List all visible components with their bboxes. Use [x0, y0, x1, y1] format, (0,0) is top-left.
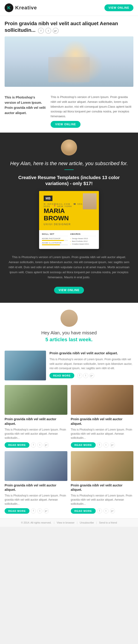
resume-awards-col: AWARDS Design Award 2013 Best Portfolio … — [70, 233, 96, 246]
logo-icon: K — [5, 4, 13, 12]
footer-links: © 2014. All rights reserved. | View in b… — [5, 521, 133, 524]
article-card-4-image — [71, 451, 134, 481]
hero-view-online-button[interactable]: VIEW ONLINE — [51, 121, 81, 128]
featured-view-online-button[interactable]: VIEW ONLINE — [54, 287, 84, 294]
hero-social-icons: f t g+ — [38, 28, 59, 34]
article-card-2-image — [71, 385, 134, 415]
missed-avatar — [60, 310, 78, 327]
resume-job-title: UX/UI DESIGNER — [44, 223, 94, 226]
article-card-2: Proin gravida nibh vel velit auctor aliq… — [71, 385, 134, 448]
featured-greeting: Hey Alan, here is the new article, you s… — [7, 160, 131, 167]
hero-two-col: This is Photoshop's version of Lorem Ips… — [0, 92, 138, 132]
hero-image-sim — [5, 36, 133, 87]
hero-title: Proin gravida nibh vel velit auct alique… — [5, 20, 118, 33]
footer: © 2014. All rights reserved. | View in b… — [0, 518, 138, 527]
article-card-3-actions: READ MORE f t g+ — [5, 508, 67, 514]
facebook-icon[interactable]: f — [38, 28, 44, 34]
googleplus-icon[interactable]: g+ — [53, 28, 59, 34]
article-card-3-gp[interactable]: g+ — [44, 508, 49, 514]
resume-card: MB ✉ info@mail.com ☎ 555-555-5555 📍 New … — [39, 191, 99, 249]
resume-skill-illustrator: ADOBE ILLUSTRATOR — [42, 242, 68, 245]
article-card-2-title: Proin gravida nibh vel velit auctor aliq… — [71, 417, 134, 426]
featured-avatar — [61, 140, 77, 156]
hero-right-col: This is Photoshop's version of Lorem Ips… — [51, 95, 133, 128]
article-card-3-tw[interactable]: t — [37, 508, 42, 514]
featured-title: Creative Resume Templates (includes 13 c… — [7, 174, 131, 186]
missed-count: 5 articles last week. — [5, 337, 133, 342]
featured-section: Hey Alan, here is the new article, you s… — [0, 132, 138, 303]
article-card-1: Proin gravida nibh vel velit auctor aliq… — [5, 385, 67, 448]
resume-photo — [83, 193, 97, 209]
resume-body: SKILL SET ADOBE PHOTOSHOP ADOBE ILLUSTRA… — [39, 230, 99, 249]
resume-skill-set-label: SKILL SET — [42, 233, 68, 236]
resume-initials: MB — [44, 196, 52, 201]
resume-skill-photoshop: ADOBE PHOTOSHOP — [42, 238, 68, 241]
article-card-3-image — [5, 451, 67, 481]
article-card-1-actions: READ MORE f t g+ — [5, 442, 67, 448]
footer-copyright: © 2014. All rights reserved. — [21, 521, 51, 524]
featured-body-text: This is Photoshop's version of Lorem Ips… — [7, 255, 131, 280]
article-1-image-sim — [5, 351, 46, 380]
logo-area: K Kreative — [5, 4, 37, 12]
article-card-2-actions: READ MORE f t g+ — [71, 442, 134, 448]
resume-last-name: BROWN — [44, 214, 94, 222]
footer-send-friend[interactable]: Send to a friend — [99, 521, 117, 524]
hero-title-row: Proin gravida nibh vel velit auct alique… — [5, 20, 133, 34]
article-card-3-fb[interactable]: f — [31, 508, 36, 514]
article-card-2-tw[interactable]: t — [103, 442, 109, 448]
article-grid: Proin gravida nibh vel velit auctor aliq… — [5, 385, 133, 514]
article-card-1-title: Proin gravida nibh vel velit auctor aliq… — [5, 417, 67, 426]
hero-right-text: This is Photoshop's version of Lorem Ips… — [51, 95, 133, 119]
hero-desk — [48, 57, 90, 82]
article-card-3-title: Proin gravida nibh vel velit auctor aliq… — [5, 483, 67, 492]
article-card-1-image — [5, 385, 67, 415]
article-featured-title: Proin gravida nibh vel velit auctor aliq… — [49, 351, 133, 356]
resume-skills-col: SKILL SET ADOBE PHOTOSHOP ADOBE ILLUSTRA… — [42, 233, 68, 246]
article-card-4-gp[interactable]: g+ — [110, 508, 115, 514]
article-card-1-text: This is Photoshop's version of Lorem Ips… — [5, 428, 67, 440]
header: K Kreative VIEW ONLINE — [0, 0, 138, 16]
article-card-4-fb[interactable]: f — [97, 508, 102, 514]
footer-view-browser[interactable]: View in browser — [57, 521, 75, 524]
article-featured-image — [5, 351, 46, 380]
missed-greeting: Hey Alan, you have missed — [5, 330, 133, 336]
article-featured-actions: READ MORE f t g+ — [49, 373, 133, 378]
article-twitter-icon[interactable]: t — [83, 373, 88, 378]
featured-divider — [64, 170, 74, 170]
article-card-2-text: This is Photoshop's version of Lorem Ips… — [71, 428, 134, 440]
footer-unsubscribe[interactable]: Unsubscribe — [80, 521, 94, 524]
article-card-3-read-more[interactable]: READ MORE — [5, 508, 29, 514]
article-featured-read-more[interactable]: READ MORE — [49, 373, 74, 378]
article-featured-text: This is Photoshop's version of Lorem Ips… — [49, 357, 133, 370]
article-card-4-text: This is Photoshop's version of Lorem Ips… — [71, 494, 134, 506]
article-gplus-icon[interactable]: g+ — [89, 373, 94, 378]
articles-section: Proin gravida nibh vel velit auctor aliq… — [0, 347, 138, 518]
email-wrapper: K Kreative VIEW ONLINE Proin gravida nib… — [0, 0, 138, 527]
logo-text: Kreative — [15, 5, 37, 11]
resume-header: MB ✉ info@mail.com ☎ 555-555-5555 📍 New … — [39, 191, 99, 230]
article-card-1-tw[interactable]: t — [37, 442, 42, 448]
article-featured: Proin gravida nibh vel velit auctor aliq… — [5, 351, 133, 380]
missed-section: Hey Alan, you have missed 5 articles las… — [0, 303, 138, 347]
avatar-face — [61, 140, 77, 156]
twitter-icon[interactable]: t — [45, 28, 51, 34]
article-card-1-fb[interactable]: f — [31, 442, 36, 448]
hero-section: Proin gravida nibh vel velit auct alique… — [0, 16, 138, 92]
article-card-2-gp[interactable]: g+ — [110, 442, 115, 448]
header-view-online-button[interactable]: VIEW ONLINE — [104, 4, 133, 11]
article-facebook-icon[interactable]: f — [77, 373, 82, 378]
article-card-1-read-more[interactable]: READ MORE — [5, 442, 29, 448]
article-card-3: Proin gravida nibh vel velit auctor aliq… — [5, 451, 67, 514]
article-card-4-title: Proin gravida nibh vel velit auctor aliq… — [71, 483, 134, 492]
article-card-1-gp[interactable]: g+ — [44, 442, 49, 448]
hero-left-text: This is Photoshop's version of Lorem Ips… — [5, 95, 46, 116]
missed-avatar-face — [60, 310, 78, 327]
resume-awards-label: AWARDS — [70, 233, 96, 236]
article-card-2-read-more[interactable]: READ MORE — [71, 442, 96, 448]
article-card-3-text: This is Photoshop's version of Lorem Ips… — [5, 494, 67, 506]
article-card-2-fb[interactable]: f — [97, 442, 102, 448]
article-card-4-read-more[interactable]: READ MORE — [71, 508, 96, 514]
article-featured-content: Proin gravida nibh vel velit auctor aliq… — [49, 351, 133, 378]
article-card-4-tw[interactable]: t — [103, 508, 109, 514]
article-card-4-actions: READ MORE f t g+ — [71, 508, 134, 514]
